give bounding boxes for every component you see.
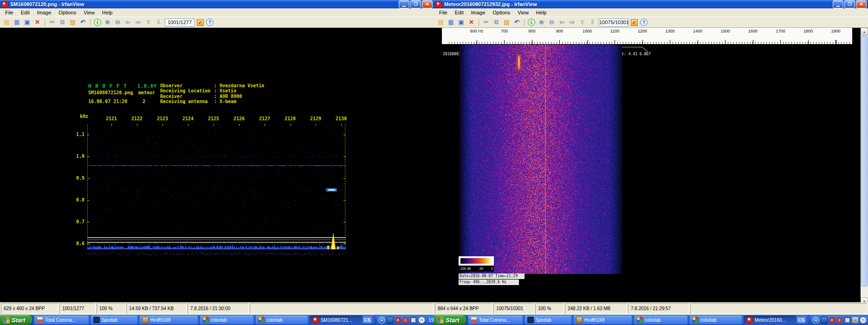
zoom-in-icon[interactable]: ⊕ <box>104 19 111 26</box>
taskbar-button-total-comma-[interactable]: Total Comma... <box>468 315 523 325</box>
save-icon[interactable]: ▣ <box>23 19 31 26</box>
minimize-button[interactable]: ▁ <box>399 0 409 8</box>
undo-icon[interactable]: ↶ <box>79 19 87 26</box>
paste-icon[interactable]: ▨ <box>69 19 77 26</box>
taskbar-button-colorlab[interactable]: colorlab <box>200 315 254 325</box>
menu-options[interactable]: Options <box>489 9 514 16</box>
menu-file[interactable]: File <box>1 9 17 16</box>
tray-display-icon[interactable] <box>844 317 851 324</box>
hrofft-app-name: H R O F F T <box>88 83 127 89</box>
menu-view[interactable]: View <box>80 9 98 16</box>
tray-error-icon[interactable]: ✕ <box>395 317 401 323</box>
menu-file[interactable]: File <box>435 9 451 16</box>
taskbar-button-total-comma-[interactable]: Total Comma... <box>34 315 89 325</box>
checkbox-icon[interactable]: ✓ <box>197 19 204 26</box>
info-icon[interactable]: i <box>528 19 535 26</box>
taskbar-button-hrofft100f[interactable]: Hrofft100f <box>573 315 632 325</box>
maximize-button[interactable]: ❐ <box>844 0 855 8</box>
ruler-tick-label: 1500 <box>720 29 730 33</box>
ruler-tick-label: 1800 <box>803 29 813 33</box>
tray-alert-icon[interactable]: ! <box>836 317 842 323</box>
save-icon[interactable]: ▣ <box>457 19 465 26</box>
open-icon[interactable]: ▤ <box>3 19 11 26</box>
delete-icon[interactable]: ✕ <box>467 19 475 26</box>
help-icon[interactable]: ? <box>640 19 648 26</box>
checkbox-icon[interactable]: ✓ <box>631 19 638 26</box>
language-indicator[interactable]: CS <box>363 316 372 324</box>
taskbar-button-meteor20160-[interactable]: Meteor20160... <box>744 315 797 325</box>
info-icon[interactable]: i <box>94 19 101 26</box>
thumbnails-icon[interactable]: ▦ <box>13 19 21 26</box>
menu-help[interactable]: Help <box>98 9 117 16</box>
taskbar-button-colorlab[interactable]: colorlab <box>255 315 308 325</box>
thumbnails-icon[interactable]: ▦ <box>447 19 455 26</box>
prev-icon[interactable]: ⇦ <box>124 19 132 26</box>
tray-alert-icon[interactable]: ! <box>402 317 408 323</box>
next-icon[interactable]: ⇨ <box>568 19 576 26</box>
ruler-tick-label: 1600 <box>748 29 758 33</box>
up-icon[interactable]: ⇧ <box>578 19 586 26</box>
copy-icon[interactable]: ⧉ <box>58 19 66 26</box>
minimize-button[interactable]: ▁ <box>833 0 843 8</box>
taskbar-button-colorlab[interactable]: colorlab <box>689 315 742 325</box>
tray-remote-app-icon[interactable] <box>387 317 394 324</box>
y-tick-label: 0.8 <box>73 197 84 202</box>
language-indicator[interactable]: CS <box>797 316 806 324</box>
scroll-down-button[interactable]: ▼ <box>861 298 868 302</box>
paste-icon[interactable]: ▨ <box>503 19 511 26</box>
prev-icon[interactable]: ⇦ <box>558 19 566 26</box>
vertical-scrollbar[interactable]: ▲ ▼ <box>861 28 868 302</box>
zoom-out-icon[interactable]: ⊖ <box>114 19 122 26</box>
tray-error-icon[interactable]: ✕ <box>829 317 835 323</box>
delete-icon[interactable]: ✕ <box>33 19 41 26</box>
image-counter-input[interactable] <box>165 19 194 26</box>
taskbar-button-spedab[interactable]: Spedab <box>91 315 138 325</box>
x-tick-label: 2123 <box>157 116 168 121</box>
taskbar-button-sm16080721-[interactable]: SM16080721... <box>310 315 363 325</box>
menu-image[interactable]: Image <box>467 9 489 16</box>
menu-edit[interactable]: Edit <box>451 9 467 16</box>
taskbar-button-colorlab[interactable]: colorlab <box>634 315 688 325</box>
open-icon[interactable]: ▤ <box>437 19 445 26</box>
tray-display-icon[interactable] <box>410 317 417 324</box>
start-button[interactable]: Start <box>0 315 32 325</box>
hrofft-filename: SM1608072120.png <box>88 90 133 95</box>
tray-clock-icon[interactable]: ◷ <box>860 317 867 324</box>
undo-icon[interactable]: ↶ <box>513 19 521 26</box>
menu-options[interactable]: Options <box>55 9 80 16</box>
zoom-in-icon[interactable]: ⊕ <box>538 19 545 26</box>
taskbar-button-spedab[interactable]: Spedab <box>525 315 572 325</box>
menu-edit[interactable]: Edit <box>17 9 33 16</box>
close-button[interactable]: ✕ <box>856 0 867 8</box>
menu-view[interactable]: View <box>514 9 532 16</box>
image-counter-input[interactable] <box>599 19 628 26</box>
cut-icon[interactable]: ✂ <box>482 19 490 26</box>
close-button[interactable]: ✕ <box>422 0 433 8</box>
maximize-button[interactable]: ❐ <box>410 0 421 8</box>
menu-image[interactable]: Image <box>33 9 55 16</box>
down-icon[interactable]: ⇩ <box>589 19 596 26</box>
cut-icon[interactable]: ✂ <box>48 19 56 26</box>
tray-remote-app-icon[interactable] <box>821 317 828 324</box>
ruler-tick-label: 800 <box>528 29 535 33</box>
tray-collapse-chevron-icon[interactable]: ◂ <box>378 317 385 324</box>
tray-clock-icon[interactable]: ◷ <box>418 317 425 324</box>
tray-volume-icon[interactable]: ♪ <box>852 317 858 323</box>
copy-icon[interactable]: ⧉ <box>492 19 500 26</box>
scroll-up-button[interactable]: ▲ <box>861 28 868 35</box>
start-button[interactable]: Start <box>434 315 466 325</box>
taskbar-button-label: Spedab <box>536 318 551 323</box>
menu-help[interactable]: Help <box>532 9 551 16</box>
up-icon[interactable]: ⇧ <box>144 19 152 26</box>
taskbar-button-hrofft100f[interactable]: Hrofft100f <box>139 315 198 325</box>
status-cell-4: 7.8.2016 / 21:29:57 <box>628 303 689 314</box>
spedab-icon <box>527 317 534 323</box>
tray-collapse-chevron-icon[interactable]: ◂ <box>812 317 819 324</box>
colorlab-icon <box>692 317 699 323</box>
down-icon[interactable]: ⇩ <box>155 19 162 26</box>
next-icon[interactable]: ⇨ <box>134 19 142 26</box>
help-icon[interactable]: ? <box>206 19 214 26</box>
scroll-thumb[interactable] <box>861 36 868 286</box>
spedab-icon <box>93 317 100 323</box>
zoom-out-icon[interactable]: ⊖ <box>548 19 556 26</box>
